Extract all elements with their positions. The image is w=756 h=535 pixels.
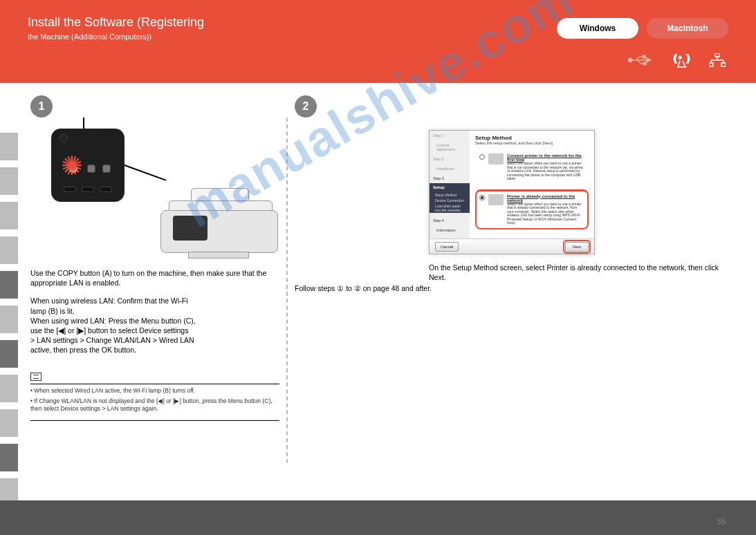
dialog-title: Setup Method	[475, 135, 589, 141]
panel-icon-2	[87, 165, 95, 173]
notes-book-icon	[30, 373, 42, 381]
sidebar-information: Information	[430, 225, 470, 235]
side-tab-1[interactable]	[0, 133, 18, 160]
sidebar-license: License Agreement	[430, 140, 470, 154]
usb-icon	[627, 55, 655, 68]
option1-thumb-icon	[488, 153, 504, 165]
vertical-divider	[286, 118, 288, 463]
sidebar-step4: Step 4	[430, 216, 470, 225]
printer-icon	[160, 177, 292, 260]
column-step-1: 1 Use the COPY button (A) to turn on the…	[30, 95, 279, 421]
svg-rect-8	[721, 63, 726, 66]
panel-slot-3	[100, 187, 112, 192]
panel-button-icon	[59, 134, 68, 142]
step-2-text: Follow steps ① to ② on page 48 and after…	[295, 283, 433, 293]
sidebar-step1: Step 1	[430, 131, 470, 140]
page-footer-bar	[0, 500, 756, 535]
operation-panel	[51, 129, 125, 202]
svg-rect-1	[643, 55, 645, 58]
notes-heading	[30, 373, 279, 384]
wired-lan-icon	[709, 53, 726, 70]
side-tab-10[interactable]	[0, 444, 18, 471]
next-button[interactable]: Next	[565, 242, 589, 252]
cancel-button[interactable]: Cancel	[435, 242, 459, 252]
header-title-l1: Install the Software (Registering	[28, 15, 204, 29]
side-tab-3[interactable]	[0, 202, 18, 229]
dialog-hint: Select the setup method, and then click …	[475, 141, 589, 145]
sidebar-setup-group: Setup	[430, 183, 470, 192]
note-2: • If Change WLAN/LAN is not displayed an…	[30, 397, 279, 413]
copy-button-highlight-icon	[62, 158, 84, 180]
column-step-3: Step 1 License Agreement Step 2 Installa…	[429, 95, 726, 282]
svg-text:(: (	[674, 53, 676, 63]
panel-slot-1	[64, 187, 76, 192]
option-first-time[interactable]: Connect printer to the network for the f…	[475, 149, 589, 185]
side-tab-8[interactable]	[0, 375, 18, 402]
os-windows-pill[interactable]: Windows	[557, 18, 638, 39]
header-title: Install the Software (Registering the Ma…	[28, 15, 204, 41]
step-2-badge: 2	[295, 95, 317, 118]
radio-unselected-icon	[479, 154, 485, 160]
column-step-2: 2 Follow steps ① to ② on page 48 and aft…	[295, 95, 433, 293]
header-title-l2: the Machine (Additional Computers))	[28, 32, 204, 41]
notes-end-rule	[30, 420, 279, 421]
sidebar-setup-method: Setup Method	[430, 192, 470, 198]
setup-method-dialog: Step 1 License Agreement Step 2 Installa…	[429, 130, 595, 254]
option2-desc: Select this option when you want to use …	[507, 203, 584, 225]
step-1-text-1: Use the COPY button (A) to turn on the m…	[30, 268, 279, 288]
device-illustration	[51, 129, 252, 260]
svg-text:): )	[687, 53, 690, 63]
panel-slot-2	[82, 187, 94, 192]
option2-title: Printer is already connected to the netw…	[507, 194, 575, 203]
step-1-badge: 1	[30, 95, 53, 118]
svg-point-0	[628, 58, 631, 62]
dialog-main: Setup Method Select the setup method, an…	[470, 131, 594, 238]
step-1-text-2: When using wireless LAN: Confirm that th…	[30, 296, 279, 355]
sidebar-load-paper: Load plain paper into the cassette	[430, 203, 470, 213]
step-3-text: On the Setup Method screen, select Print…	[429, 263, 726, 282]
option2-thumb-icon	[488, 194, 504, 205]
sidebar-step2: Step 2	[430, 154, 470, 164]
dialog-footer: Cancel Next	[430, 238, 594, 254]
wireless-icon: (•)	[673, 53, 691, 71]
side-tabs	[0, 133, 18, 506]
side-tab-9[interactable]	[0, 409, 18, 437]
svg-rect-7	[709, 63, 713, 66]
side-tab-5[interactable]	[0, 271, 18, 299]
sidebar-installation: Installation	[430, 164, 470, 173]
option1-desc: Select this option when you want to use …	[507, 162, 584, 181]
os-selector: Windows Macintosh	[557, 18, 728, 39]
page-number: 55	[717, 517, 726, 525]
note-1: • When selected Wired LAN active, the Wi…	[30, 387, 279, 395]
page-header: Install the Software (Registering the Ma…	[0, 0, 756, 83]
sidebar-device-connection: Device Connection	[430, 198, 470, 203]
svg-rect-6	[715, 53, 719, 57]
dialog-sidebar: Step 1 License Agreement Step 2 Installa…	[430, 131, 470, 254]
connection-icons: (•)	[627, 53, 726, 71]
side-tab-7[interactable]	[0, 340, 18, 368]
radio-selected-icon	[479, 195, 485, 200]
side-tab-2[interactable]	[0, 167, 18, 195]
panel-icon-3	[102, 165, 111, 173]
option-already-connected[interactable]: Printer is already connected to the netw…	[475, 189, 589, 229]
side-tab-6[interactable]	[0, 306, 18, 333]
side-tab-4[interactable]	[0, 236, 18, 264]
sidebar-step3: Step 3	[430, 173, 470, 183]
os-macintosh-pill[interactable]: Macintosh	[647, 18, 728, 39]
svg-point-2	[643, 62, 646, 65]
